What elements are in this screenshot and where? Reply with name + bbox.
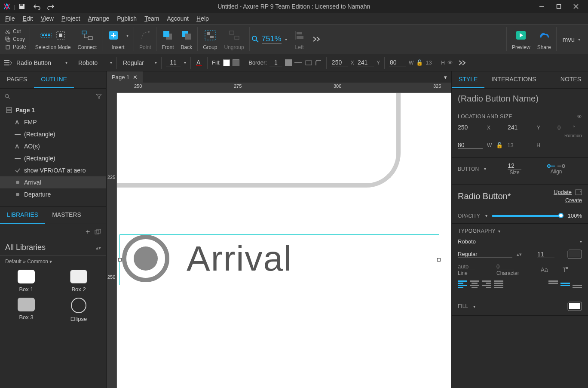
font-family-select[interactable]: Roboto (77, 59, 107, 67)
connect-button[interactable]: Connect (74, 28, 100, 50)
button-align-left[interactable] (547, 163, 555, 169)
text-align-left[interactable] (458, 280, 467, 288)
text-align-right[interactable] (482, 280, 491, 288)
inspector-x-input[interactable]: 250 (458, 124, 483, 131)
group-button[interactable]: Group (199, 28, 220, 50)
insert-button[interactable]: ▾ Insert (104, 28, 132, 50)
outline-item[interactable]: AFMP (0, 116, 106, 128)
height-input[interactable]: 13 (426, 59, 438, 66)
opacity-slider[interactable] (492, 215, 564, 217)
inspector-y-input[interactable]: 241 (508, 124, 533, 131)
add-library-icon[interactable]: + (86, 228, 90, 237)
menu-project[interactable]: Project (61, 15, 80, 22)
lock-aspect-icon[interactable]: 🔓 (496, 142, 503, 148)
y-position-input[interactable]: 241 (357, 58, 374, 67)
font-color-swatch[interactable] (567, 249, 582, 259)
menu-edit[interactable]: Edit (23, 15, 33, 22)
tab-interactions[interactable]: INTERACTIONS (484, 71, 543, 88)
outline-item[interactable]: Departure (0, 188, 106, 200)
tab-pages[interactable]: PAGES (0, 71, 34, 88)
library-widget[interactable]: Ellipse (55, 298, 102, 322)
border-width-input[interactable]: 1 (270, 58, 282, 67)
library-search-input[interactable] (9, 229, 81, 235)
menu-help[interactable]: Help (196, 15, 209, 22)
page-tab[interactable]: Page 1 ✕ (107, 71, 143, 83)
zoom-control[interactable]: 751% ▾ (251, 34, 287, 44)
menu-team[interactable]: Team (144, 15, 159, 22)
library-selector[interactable]: All Libraries▴▾ (0, 240, 106, 256)
tab-style[interactable]: STYLE (452, 71, 484, 88)
font-color-button[interactable]: A (195, 59, 203, 67)
front-button[interactable]: Front (158, 28, 177, 50)
user-menu[interactable]: mvu▾ (558, 36, 585, 43)
border-color-swatch[interactable] (285, 59, 292, 66)
more-typography-icon[interactable]: T (562, 266, 569, 273)
page-tab-menu[interactable]: ▾ (440, 74, 451, 80)
inspector-width-input[interactable]: 80 (458, 142, 483, 149)
window-close[interactable] (567, 0, 585, 13)
library-breadcrumb[interactable]: Default » Common ▾ (0, 256, 106, 267)
share-button[interactable]: Share (534, 28, 554, 50)
text-align-center[interactable] (470, 280, 479, 288)
font-size-input[interactable]: 11 (166, 58, 181, 67)
tab-outline[interactable]: OUTLINE (34, 71, 74, 88)
cut-button[interactable]: Cut (5, 28, 26, 34)
inspector-height-input[interactable]: 13 (507, 142, 532, 148)
formatbar-overflow-icon[interactable] (456, 60, 469, 66)
back-button[interactable]: Back (177, 28, 196, 50)
menu-account[interactable]: Account (167, 15, 189, 22)
undo-icon[interactable] (33, 3, 41, 10)
widget-type-select[interactable]: Radio Button (15, 59, 62, 67)
font-weight-select[interactable]: Regular (121, 59, 151, 67)
case-icon[interactable]: Aa (541, 266, 548, 273)
fill-color-swatch[interactable] (567, 302, 582, 311)
tab-libraries[interactable]: LIBRARIES (0, 207, 45, 224)
menu-publish[interactable]: Publish (117, 15, 137, 22)
line-spacing-input[interactable]: auto (458, 263, 475, 270)
valign-middle[interactable] (560, 280, 570, 288)
redo-icon[interactable] (47, 3, 55, 10)
outline-item[interactable]: AAO(s) (0, 140, 106, 152)
create-style-button[interactable]: Create (565, 197, 582, 203)
paste-button[interactable]: Paste (5, 44, 26, 50)
inspector-weight-select[interactable]: Regular (458, 251, 512, 258)
border-style-icon[interactable] (294, 60, 302, 65)
window-maximize[interactable] (550, 0, 567, 13)
close-tab-icon[interactable]: ✕ (133, 74, 138, 80)
outline-item[interactable]: Arrival (0, 176, 106, 188)
fill-color-swatch[interactable] (223, 59, 230, 66)
button-size-input[interactable]: 12 (508, 162, 521, 169)
text-align-justify[interactable] (494, 280, 503, 288)
menu-file[interactable]: File (5, 15, 15, 22)
window-minimize[interactable] (533, 0, 550, 13)
tab-notes[interactable]: NOTES (554, 71, 588, 88)
outline-search-input[interactable] (15, 93, 92, 100)
library-widget[interactable]: Box 1 (3, 270, 50, 293)
fill-type-swatch[interactable] (233, 59, 239, 66)
widget-name-input[interactable]: (Radio Button Name) (452, 89, 588, 109)
outline-item[interactable]: (Rectangle) (0, 128, 106, 140)
inspector-rotation-input[interactable]: 0 (557, 124, 560, 131)
lock-aspect-icon[interactable]: 🔓 (416, 59, 423, 66)
char-spacing-input[interactable]: 0 (496, 263, 514, 270)
visibility-toggle-icon[interactable]: 👁 (577, 114, 582, 120)
style-manager-icon[interactable] (3, 59, 12, 66)
inspector-font-size-input[interactable]: 11 (537, 251, 554, 258)
update-style-button[interactable]: Update (554, 189, 572, 195)
tab-masters[interactable]: MASTERS (45, 207, 88, 224)
toolbar-overflow-icon[interactable] (308, 36, 325, 42)
library-widget[interactable]: Box 2 (55, 270, 102, 293)
library-panels-icon[interactable] (95, 229, 101, 235)
width-input[interactable]: 80 (389, 58, 406, 67)
border-visibility-icon[interactable] (305, 60, 312, 66)
selection-mode-button[interactable]: Selection Mode (32, 28, 74, 50)
outline-item[interactable]: show VFR/OAT at aero (0, 164, 106, 176)
filter-icon[interactable] (96, 93, 102, 99)
preview-button[interactable]: Preview (508, 28, 534, 50)
library-widget[interactable]: Box 3 (3, 298, 50, 322)
menu-arrange[interactable]: Arrange (88, 15, 109, 22)
outline-page-root[interactable]: Page 1 (0, 104, 106, 116)
canvas[interactable]: Arrival (117, 93, 451, 388)
save-icon[interactable] (18, 3, 25, 10)
button-align-right[interactable] (557, 163, 565, 169)
